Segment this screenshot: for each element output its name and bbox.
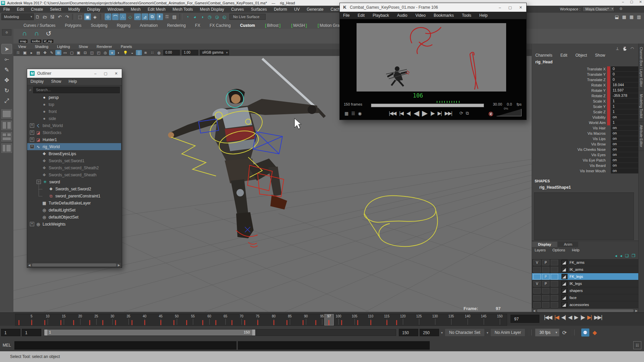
channel-value-field[interactable]: 1 xyxy=(611,104,639,109)
panel-menu-lighting[interactable]: Lighting xyxy=(57,45,70,49)
outliner-item-defaultlightset[interactable]: ◎defaultLightSet xyxy=(27,206,121,214)
open-scene-icon[interactable]: 🗁 xyxy=(42,13,48,20)
shelf-button-kf-mp[interactable]: ↺kf_mp xyxy=(43,29,54,43)
selected-node-name[interactable]: rig_Head xyxy=(535,60,552,64)
player-menu-playback[interactable]: Playback xyxy=(373,13,389,18)
shelf-tab-fx-caching[interactable]: FX Caching xyxy=(205,22,235,29)
layer-visibility-toggle[interactable] xyxy=(533,302,541,308)
scroll-left-icon[interactable]: ◀ xyxy=(533,309,535,312)
go-to-start-button[interactable]: |◀◀ xyxy=(544,314,552,320)
layer-playback-toggle[interactable] xyxy=(542,295,549,301)
player-timeline-slider[interactable] xyxy=(371,104,484,107)
lock-icon[interactable]: ⚿ xyxy=(164,13,170,20)
exposure-field[interactable]: 0.00 xyxy=(163,50,180,55)
animation-end-field[interactable]: 250 xyxy=(420,329,439,336)
current-time-indicator[interactable]: 97 xyxy=(324,314,334,325)
outliner-menu-help[interactable]: Help xyxy=(68,79,77,84)
outliner-item-defaultobjectset[interactable]: ◎defaultObjectSet xyxy=(27,214,121,221)
layer-visibility-toggle[interactable]: V xyxy=(533,281,541,287)
side-tab-attribute-editor[interactable]: Attribute Editor xyxy=(639,122,644,151)
hyperbolic-icon[interactable]: ◠ xyxy=(631,46,634,51)
command-language-label[interactable]: MEL xyxy=(3,343,11,348)
step-forward-button[interactable]: |▶ xyxy=(430,110,434,116)
layer-row-fk-legs[interactable]: PFK_legs xyxy=(532,273,639,280)
highlight-icon[interactable]: ▤ xyxy=(171,13,178,20)
filter-icon[interactable]: ⌕ xyxy=(29,87,32,93)
layer-playback-toggle[interactable]: P xyxy=(542,281,549,287)
channel-value-field[interactable]: on xyxy=(611,163,639,168)
safe-title-icon[interactable]: ◰ xyxy=(96,50,102,55)
shelf-button-toolbo[interactable]: ∩toolbo xyxy=(31,29,42,43)
layer-menu-help[interactable]: Help xyxy=(572,248,580,252)
channel-box-menu-object[interactable]: Object xyxy=(575,53,587,58)
layer-row-fk-arms[interactable]: VPFK_arms xyxy=(532,259,639,266)
no-live-surface-field[interactable]: No Live Surface xyxy=(229,14,266,20)
play-forwards-button[interactable]: ▶ xyxy=(422,109,427,118)
scroll-right-icon[interactable]: ▶ xyxy=(118,263,120,267)
shadows-icon[interactable]: ◒ xyxy=(129,50,135,55)
workspace-gear-icon[interactable]: ⚙ xyxy=(619,7,623,11)
channel-value-field[interactable]: 0 xyxy=(611,72,639,77)
outliner-title-bar[interactable]: M Outliner –▢✕ xyxy=(27,69,122,78)
shelf-button-snap[interactable]: ∩snap xyxy=(19,29,30,43)
go-to-end-button[interactable]: ▶▶| xyxy=(445,110,452,116)
resolution-gate-icon[interactable]: ▢ xyxy=(69,50,75,55)
speed-slow-icon[interactable]: 🐇 xyxy=(622,46,627,51)
channel-value-field[interactable]: on xyxy=(611,152,639,158)
shaded-icon[interactable]: ● xyxy=(109,50,115,55)
workspace-selector[interactable]: Workspace : Maya Classic* xyxy=(560,6,614,12)
new-scene-icon[interactable]: 🗋 xyxy=(34,13,41,20)
menu-surfaces[interactable]: Surfaces xyxy=(251,7,267,12)
previous-cut-button[interactable]: |◀ xyxy=(399,110,403,116)
expand-toggle-icon[interactable]: + xyxy=(30,123,34,128)
layer-row-ik-arms[interactable]: IK_arms xyxy=(532,266,639,273)
player-menu-help[interactable]: Help xyxy=(479,13,488,18)
menu-display[interactable]: Display xyxy=(87,7,100,12)
modeling-toolkit-toggle-icon[interactable]: ⬓ xyxy=(613,13,620,20)
move-layer-up-icon[interactable]: ◂ xyxy=(615,253,617,258)
xray-icon[interactable]: ◍ xyxy=(156,50,162,55)
layer-visibility-toggle[interactable] xyxy=(533,295,541,301)
channel-value-field[interactable]: on xyxy=(611,147,639,152)
animation-start-field[interactable]: 1 xyxy=(1,329,20,336)
select-object-icon[interactable]: ▣ xyxy=(84,13,91,20)
step-forward-frame-button[interactable]: |▶ xyxy=(580,314,584,320)
layer-display-type-toggle[interactable] xyxy=(551,302,558,308)
ao-icon[interactable]: ▒ xyxy=(136,50,142,55)
menu-mesh-display[interactable]: Mesh Display xyxy=(200,7,224,12)
side-tab-channel-box-layer-editor[interactable]: Channel Box / Layer Editor xyxy=(639,44,644,91)
layer-color-swatch[interactable] xyxy=(561,288,568,293)
snap-point-icon[interactable]: ∴ xyxy=(119,13,126,20)
player-menu-audio[interactable]: Audio xyxy=(397,13,408,18)
outliner-item-hunter1[interactable]: +◪Hunter1 xyxy=(27,136,121,143)
expand-toggle-icon[interactable]: + xyxy=(30,222,34,226)
move-layer-down-icon[interactable]: ◂ xyxy=(620,253,622,258)
layer-playback-toggle[interactable]: P xyxy=(542,274,549,280)
single-pane-layout-button[interactable] xyxy=(1,109,12,119)
layer-row-accessories[interactable]: accessories xyxy=(532,301,639,308)
layer-menu-options[interactable]: Options xyxy=(552,248,565,252)
player-volume[interactable]: 🔇 0% xyxy=(488,109,522,116)
undo-icon[interactable]: ↶ xyxy=(56,13,63,20)
layer-display-type-toggle[interactable] xyxy=(551,288,558,294)
four-pane-layout-button[interactable] xyxy=(1,132,12,141)
layer-display-type-toggle[interactable] xyxy=(551,274,558,280)
playback-start-field[interactable]: 1 xyxy=(22,329,41,336)
bookmark-icon[interactable]: ▸ xyxy=(29,50,35,55)
channel-value-field[interactable]: 1 xyxy=(611,99,639,104)
snap-center-icon[interactable]: ◇ xyxy=(127,13,133,20)
lasso-tool-icon[interactable]: ⟜ xyxy=(1,54,12,64)
shelf-tab-fx[interactable]: FX xyxy=(191,22,205,29)
step-back-frame-button[interactable]: ◀| xyxy=(561,314,565,320)
redo-icon[interactable]: ↷ xyxy=(64,13,70,20)
frame-view-icon[interactable]: ▦ xyxy=(344,111,348,116)
save-scene-icon[interactable]: 🖫 xyxy=(49,13,56,20)
menu-select[interactable]: Select xyxy=(50,7,61,12)
minimize-button[interactable]: – xyxy=(622,0,624,4)
snap-plane-icon[interactable]: ▱ xyxy=(134,13,141,20)
copy-frame-icon[interactable]: ⧉ xyxy=(466,111,469,116)
menu-set-dropdown[interactable]: Modeling xyxy=(1,13,34,20)
axis-orientation-icon[interactable]: ⟂ xyxy=(616,46,619,51)
image-plane-icon[interactable]: ▤ xyxy=(35,50,41,55)
time-slider-track[interactable]: 5101520253035404550556065707580859095100… xyxy=(15,314,507,326)
